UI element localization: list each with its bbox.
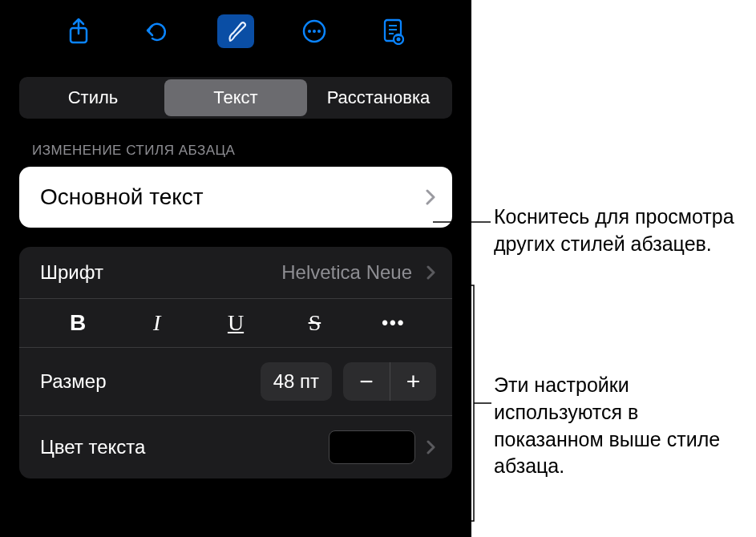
chevron-right-icon [427, 264, 436, 281]
chevron-right-icon [427, 439, 436, 455]
font-value: Helvetica Neue [281, 261, 412, 284]
callout-1: Коснитесь для просмотра других стилей аб… [494, 204, 742, 258]
more-icon [301, 18, 327, 44]
section-header: ИЗМЕНЕНИЕ СТИЛЯ АБЗАЦА [32, 143, 439, 159]
size-value[interactable]: 48 пт [261, 362, 332, 401]
paragraph-style-label: Основной текст [40, 184, 204, 210]
brush-icon [224, 18, 248, 44]
chevron-right-icon [425, 188, 436, 206]
text-settings-card: Шрифт Helvetica Neue B I U S ••• Размер … [19, 247, 452, 478]
callout-leader-2 [459, 283, 495, 523]
share-icon [67, 18, 90, 45]
callout-2: Эти настройки используются в показанном … [494, 372, 742, 480]
text-color-swatch[interactable] [329, 430, 415, 464]
bold-button[interactable]: B [38, 310, 117, 336]
paragraph-style-row[interactable]: Основной текст [19, 167, 452, 228]
callout-leader-1 [433, 216, 497, 228]
more-format-button[interactable]: ••• [354, 313, 433, 333]
tab-layout[interactable]: Расстановка [307, 79, 450, 116]
undo-button[interactable] [139, 14, 176, 48]
font-label: Шрифт [40, 261, 103, 284]
segmented-control: Стиль Текст Расстановка [19, 77, 452, 119]
svg-point-4 [317, 30, 321, 33]
size-label: Размер [40, 370, 107, 393]
toolbar [0, 0, 471, 59]
more-button[interactable] [296, 14, 333, 48]
underline-button[interactable]: U [196, 310, 275, 336]
share-button[interactable] [60, 14, 97, 48]
text-color-row[interactable]: Цвет текста [19, 416, 452, 478]
size-stepper: − + [343, 362, 436, 401]
text-color-label: Цвет текста [40, 436, 145, 458]
font-row[interactable]: Шрифт Helvetica Neue [19, 247, 452, 299]
size-increase-button[interactable]: + [390, 362, 436, 401]
strikethrough-button[interactable]: S [275, 310, 354, 336]
tab-style[interactable]: Стиль [22, 79, 164, 116]
size-row: Размер 48 пт − + [19, 348, 452, 416]
svg-point-2 [308, 30, 311, 33]
undo-icon [144, 19, 170, 43]
document-mode-button[interactable] [374, 14, 411, 48]
format-panel: Стиль Текст Расстановка ИЗМЕНЕНИЕ СТИЛЯ … [0, 0, 471, 537]
svg-point-10 [397, 38, 401, 42]
format-row: B I U S ••• [19, 299, 452, 348]
italic-button[interactable]: I [117, 310, 196, 336]
size-decrease-button[interactable]: − [343, 362, 390, 401]
document-icon [382, 18, 404, 45]
svg-point-3 [313, 30, 316, 33]
tab-text[interactable]: Текст [164, 79, 307, 116]
format-button[interactable] [217, 14, 254, 48]
